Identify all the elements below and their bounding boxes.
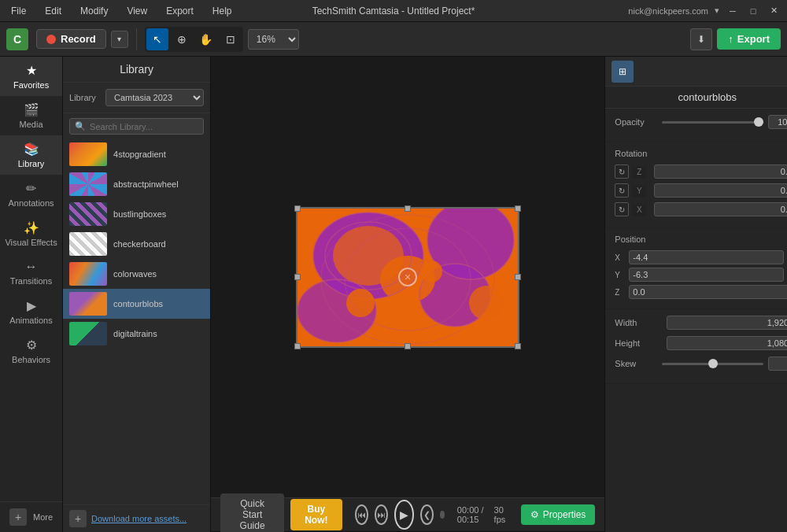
position-section: Position X -4.4 ↺ Y -6.3 ↺ Z 0.0 bbox=[605, 228, 787, 309]
menu-help[interactable]: Help bbox=[208, 4, 237, 18]
list-item[interactable]: colorwaves bbox=[63, 259, 210, 289]
position-y-row: Y -6.3 ↺ bbox=[615, 268, 787, 282]
handle-top-right[interactable] bbox=[515, 205, 521, 212]
list-item[interactable]: 4stopgradient bbox=[63, 139, 210, 169]
thumb-checkerboard bbox=[69, 232, 107, 256]
animations-icon: ▶ bbox=[27, 298, 36, 313]
minimize-button[interactable]: ─ bbox=[726, 4, 740, 18]
behaviors-icon: ⚙ bbox=[26, 338, 37, 353]
menu-file[interactable]: File bbox=[6, 4, 31, 18]
window-title: TechSmith Camtasia - Untitled Project* bbox=[312, 6, 475, 17]
thumb-digitaltrains bbox=[69, 322, 107, 345]
export-button[interactable]: ↑ Export bbox=[717, 28, 781, 50]
sidebar-item-visual-effects[interactable]: ✨ Visual Effects bbox=[0, 214, 62, 253]
handle-top-mid[interactable] bbox=[405, 205, 411, 212]
hand-tool[interactable]: ✋ bbox=[195, 28, 217, 50]
rotation-y-handle[interactable]: ↻ bbox=[615, 183, 629, 198]
preview-canvas bbox=[211, 57, 604, 497]
select-tool[interactable]: ↖ bbox=[146, 28, 168, 50]
props-icon-bar: ⊞ bbox=[605, 57, 787, 87]
app-logo: C bbox=[6, 28, 28, 50]
download-button[interactable]: ⬇ bbox=[690, 28, 712, 50]
rotation-label-row: Rotation bbox=[615, 149, 787, 158]
list-item-contourblobs[interactable]: contourblobs bbox=[63, 289, 210, 319]
handle-mid-left[interactable] bbox=[294, 274, 301, 280]
position-y-value: -6.3 bbox=[629, 268, 784, 282]
library-version-select[interactable]: Camtasia 2023 bbox=[105, 89, 204, 106]
opacity-value: 100% bbox=[768, 115, 787, 129]
sidebar-item-library[interactable]: 📚 Library bbox=[0, 135, 62, 175]
close-button[interactable]: ✕ bbox=[767, 4, 781, 18]
list-item[interactable]: checkerboard bbox=[63, 229, 210, 259]
sidebar-item-transitions[interactable]: ↔ Transitions bbox=[0, 253, 62, 292]
skew-slider[interactable] bbox=[662, 363, 763, 365]
quick-start-button[interactable]: Quick Start Guide bbox=[220, 493, 284, 532]
sidebar-label-library: Library bbox=[18, 159, 45, 168]
lib-name-bustling: bustlingboxes bbox=[113, 209, 166, 219]
canvas-center-handle[interactable] bbox=[398, 268, 417, 286]
record-button[interactable]: Record bbox=[36, 29, 106, 49]
svg-point-6 bbox=[333, 226, 404, 286]
menu-modify[interactable]: Modify bbox=[76, 4, 113, 18]
record-dropdown[interactable]: ▾ bbox=[111, 31, 128, 48]
sidebar-item-animations[interactable]: ▶ Animations bbox=[0, 292, 62, 331]
move-tool[interactable]: ⊕ bbox=[171, 28, 193, 50]
sidebar-item-favorites[interactable]: ★ Favorites bbox=[0, 57, 62, 96]
position-y-label: Y bbox=[615, 271, 626, 279]
lib-name-4stop: 4stopgradient bbox=[113, 150, 166, 159]
handle-bottom-left[interactable] bbox=[294, 343, 301, 349]
menu-view[interactable]: View bbox=[122, 4, 152, 18]
main-toolbar: C Record ▾ ↖ ⊕ ✋ ⊡ 16% 25% 50% 100% ⬇ ↑ … bbox=[0, 22, 787, 57]
thumb-abstractpinwheel bbox=[69, 172, 107, 196]
svg-point-13 bbox=[420, 260, 442, 283]
handle-bottom-mid[interactable] bbox=[405, 343, 411, 349]
canvas-frame bbox=[296, 207, 519, 348]
user-dropdown-icon[interactable]: ▾ bbox=[715, 6, 719, 16]
annotations-icon: ✏ bbox=[26, 181, 36, 196]
sidebar-label-favorites: Favorites bbox=[13, 80, 49, 90]
handle-bottom-right[interactable] bbox=[515, 343, 521, 349]
loop-button[interactable] bbox=[440, 511, 445, 519]
download-more-link[interactable]: Download more assets... bbox=[91, 514, 187, 523]
handle-mid-right[interactable] bbox=[515, 274, 521, 280]
opacity-label: Opacity bbox=[615, 117, 662, 127]
library-search-box[interactable]: 🔍 bbox=[69, 118, 204, 135]
rotation-x-handle[interactable]: ↻ bbox=[615, 202, 629, 216]
buy-now-button[interactable]: Buy Now! bbox=[290, 499, 342, 530]
zoom-select[interactable]: 16% 25% 50% 100% bbox=[248, 29, 299, 50]
dimensions-section: Width 1,920.0 Height 1,080.0 Skew 0 bbox=[605, 309, 787, 384]
handle-top-left[interactable] bbox=[294, 205, 301, 212]
library-add-button[interactable]: + bbox=[69, 510, 87, 527]
step-back-button[interactable]: ⏭ bbox=[375, 504, 388, 525]
menu-export[interactable]: Export bbox=[161, 4, 198, 18]
properties-button[interactable]: ⚙ Properties bbox=[521, 504, 596, 525]
opacity-slider[interactable] bbox=[662, 121, 763, 124]
visual-effects-icon: ✨ bbox=[24, 220, 39, 235]
play-button[interactable]: ▶ bbox=[394, 500, 414, 530]
rewind-button[interactable]: ⏮ bbox=[355, 504, 368, 525]
crop-tool[interactable]: ⊡ bbox=[220, 28, 242, 50]
more-label: More bbox=[33, 512, 53, 522]
menu-edit[interactable]: Edit bbox=[40, 4, 66, 18]
lib-name-digital: digitaltrains bbox=[113, 329, 157, 338]
sidebar-item-media[interactable]: 🎬 Media bbox=[0, 96, 62, 135]
maximize-button[interactable]: □ bbox=[746, 4, 760, 18]
rotation-z-row: ↻ Z 0.0° bbox=[615, 164, 787, 179]
position-x-label: X bbox=[615, 253, 626, 262]
list-item[interactable]: abstractpinwheel bbox=[63, 169, 210, 199]
library-search-input[interactable] bbox=[90, 122, 198, 131]
position-x-value: -4.4 bbox=[629, 250, 784, 264]
list-item[interactable]: digitaltrains bbox=[63, 319, 210, 349]
props-tab-visual[interactable]: ⊞ bbox=[611, 61, 634, 83]
position-x-row: X -4.4 ↺ bbox=[615, 250, 787, 264]
sidebar-item-behaviors[interactable]: ⚙ Behaviors bbox=[0, 331, 62, 371]
rotation-x-value: 0.0° bbox=[654, 202, 787, 216]
gear-icon: ⚙ bbox=[530, 509, 539, 520]
lib-name-checker: checkerboard bbox=[113, 239, 166, 249]
sidebar-add-button[interactable]: + bbox=[9, 508, 27, 526]
rotation-z-handle[interactable]: ↻ bbox=[615, 164, 629, 179]
sidebar-item-annotations[interactable]: ✏ Annotations bbox=[0, 175, 62, 214]
list-item[interactable]: bustlingboxes bbox=[63, 199, 210, 229]
step-forward-button[interactable]: ❮ bbox=[420, 504, 434, 525]
title-bar: File Edit Modify View Export Help TechSm… bbox=[0, 0, 787, 22]
